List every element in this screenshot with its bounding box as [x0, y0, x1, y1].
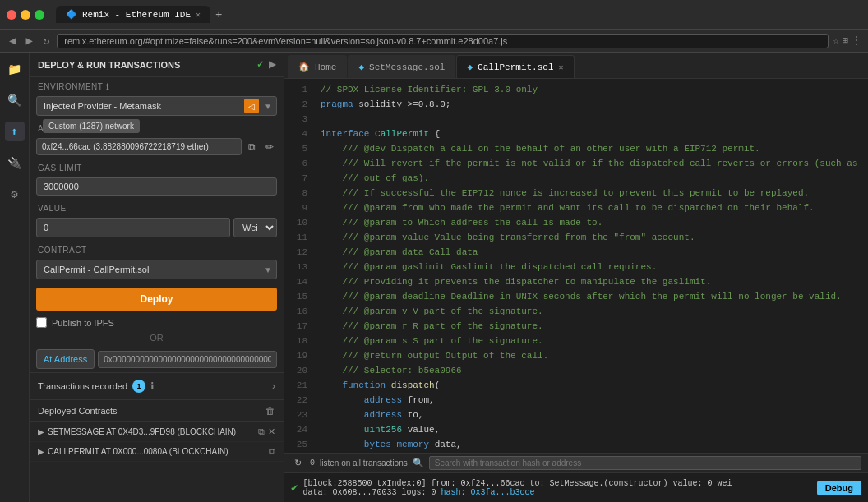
gas-limit-row: [36, 177, 277, 196]
callpermit-label: CALLPERMIT AT 0X000...0080A (BLOCKCHAIN): [48, 447, 265, 456]
extensions-icon[interactable]: ⊞: [843, 35, 848, 47]
environment-label: ENVIRONMENT ℹ: [30, 77, 284, 93]
tx-logs: logs: 0: [401, 488, 436, 497]
deployed-left: Deployed Contracts: [38, 406, 118, 416]
forward-button[interactable]: ▶: [23, 34, 35, 48]
address-bar-icons: ☆ ⊞ ⋮: [833, 35, 861, 47]
transactions-info-icon: ℹ: [150, 380, 155, 392]
callpermit-tab-label: CallPermit.sol: [478, 62, 553, 72]
deployed-contracts-label: Deployed Contracts: [38, 406, 118, 416]
tx-value: value: 0 wei: [673, 479, 732, 488]
contract-row: CallPermit - CallPermit.sol ▼ ◀ 3: [36, 260, 277, 279]
publish-ipfs-label: Publish to IPFS: [52, 318, 114, 328]
back-button[interactable]: ◀: [7, 34, 18, 48]
sidebar-icon-deploy[interactable]: ⬆: [5, 122, 25, 141]
transactions-label: Transactions recorded: [38, 381, 127, 391]
copy-callpermit-icon[interactable]: ⧉: [269, 446, 275, 457]
traffic-lights: [7, 10, 44, 20]
sidebar-icon-settings[interactable]: ⚙: [5, 184, 25, 204]
transactions-row[interactable]: Transactions recorded 1 ℹ ›: [30, 372, 284, 400]
setmessage-tab-label: SetMessage.sol: [369, 62, 445, 72]
edit-account-button[interactable]: ✏: [262, 140, 277, 154]
listen-transactions-button[interactable]: listen on all transactions: [320, 458, 408, 467]
terminal-content: ✔ [block:2588500 txIndex:0] from: 0xf24.…: [284, 473, 868, 502]
address-bar-input[interactable]: [57, 34, 828, 48]
expand-icon[interactable]: ▶: [269, 59, 275, 70]
setmessage-label: SETMESSAGE AT 0X4D3...9FD98 (BLOCKCHAIN): [48, 427, 255, 436]
value-row: Wei: [36, 218, 277, 237]
maximize-window-btn[interactable]: [35, 10, 44, 20]
tab-callpermit[interactable]: ◆ CallPermit.sol ✕: [456, 55, 574, 78]
code-editor: 123 456 789 101112 131415 161718 192021 …: [284, 79, 868, 453]
browser-tab-label: Remix - Ethereum IDE: [82, 10, 191, 20]
value-label: VALUE: [30, 199, 284, 214]
code-content[interactable]: // SPDX-License-Identifier: GPL-3.0-only…: [314, 79, 868, 453]
success-icon: ✔: [291, 481, 298, 495]
editor-tab-bar: 🏠 Home ◆ SetMessage.sol ◆ CallPermit.sol…: [284, 53, 868, 79]
publish-ipfs-checkbox[interactable]: [36, 317, 47, 328]
callpermit-expand-icon[interactable]: ▶: [38, 447, 44, 456]
sidebar-icon-plugin[interactable]: 🔌: [5, 153, 25, 173]
gas-limit-label: GAS LIMIT: [30, 159, 284, 174]
editor-area: 🏠 Home ◆ SetMessage.sol ◆ CallPermit.sol…: [284, 53, 868, 502]
environment-select[interactable]: Injected Provider - Metamask: [36, 96, 277, 116]
deploy-button[interactable]: Deploy: [36, 288, 277, 311]
contract-label: CONTRACT: [30, 241, 284, 256]
deploy-panel: DEPLOY & RUN TRANSACTIONS ✓ ▶ ENVIRONMEN…: [30, 53, 284, 502]
sidebar-icon-search[interactable]: 🔍: [5, 90, 25, 110]
panel-title: DEPLOY & RUN TRANSACTIONS: [38, 60, 180, 70]
value-input[interactable]: [36, 218, 230, 237]
setmessage-tab-icon: ◆: [358, 62, 364, 72]
refresh-button[interactable]: ↻: [40, 34, 52, 48]
panel-header-icons: ✓ ▶: [256, 59, 275, 70]
transactions-chevron-icon: ›: [272, 380, 275, 392]
close-window-btn[interactable]: [7, 10, 16, 20]
address-bar-row: ◀ ▶ ↻ ☆ ⊞ ⋮: [0, 30, 868, 53]
sidebar-icons: 📁 🔍 ⬆ 🔌 ⚙: [0, 53, 30, 502]
callpermit-tab-close[interactable]: ✕: [559, 62, 564, 72]
at-address-button[interactable]: At Address: [36, 349, 95, 369]
sidebar-icon-files[interactable]: 📁: [5, 59, 25, 79]
tx-hash: hash: 0x3fa...b3cce: [441, 488, 535, 497]
copy-account-button[interactable]: ⧉: [245, 140, 259, 154]
inject-button[interactable]: ◁: [244, 99, 259, 113]
new-tab-button[interactable]: +: [212, 8, 225, 21]
unit-select[interactable]: Wei: [233, 218, 277, 237]
browser-tab-favicon: 🔷: [66, 9, 77, 20]
tx-info: [block:2588500 txIndex:0] from: 0xf24...…: [302, 479, 732, 497]
settings-icon[interactable]: ⋮: [852, 35, 861, 47]
browser-tab-remix[interactable]: 🔷 Remix - Ethereum IDE ✕: [56, 6, 210, 23]
gas-limit-input[interactable]: [36, 177, 277, 196]
tab-home[interactable]: 🏠 Home: [288, 55, 347, 78]
line-numbers: 123 456 789 101112 131415 161718 192021 …: [284, 79, 314, 453]
account-select[interactable]: 0xf24...66cac (3.882880096722218719 ethe…: [36, 138, 242, 155]
close-setmessage-icon[interactable]: ✕: [268, 426, 275, 437]
panel-header: DEPLOY & RUN TRANSACTIONS ✓ ▶: [30, 53, 284, 77]
debug-button[interactable]: Debug: [817, 481, 861, 495]
tx-from: from: 0xf24...66cac: [431, 479, 524, 488]
browser-tab-close[interactable]: ✕: [196, 10, 201, 20]
tx-to: to: SetMessage.(constructor): [530, 479, 668, 488]
trash-icon[interactable]: 🗑: [265, 405, 275, 417]
setmessage-expand-icon[interactable]: ▶: [38, 427, 44, 436]
bookmark-icon[interactable]: ☆: [833, 35, 839, 47]
terminal-search-input[interactable]: [429, 456, 861, 470]
environment-select-wrapper: Injected Provider - Metamask ▼ ◁ ◀ 2 Cus…: [36, 96, 277, 116]
terminal-clear-button[interactable]: ↻: [291, 458, 305, 468]
at-address-input[interactable]: [98, 351, 277, 368]
tx-data: data: 0x608...70033: [302, 488, 396, 497]
home-tab-label: Home: [315, 62, 336, 72]
account-row: 0xf24...66cac (3.882880096722218719 ethe…: [36, 138, 277, 155]
home-tab-icon: 🏠: [298, 62, 310, 72]
contract-select[interactable]: CallPermit - CallPermit.sol: [36, 260, 277, 279]
transactions-badge: 1: [132, 380, 145, 393]
check-icon[interactable]: ✓: [256, 59, 264, 70]
terminal-count: 0: [310, 458, 315, 467]
deployed-contracts-header: Deployed Contracts 🗑: [30, 400, 284, 422]
contract-item-setmessage: ▶ SETMESSAGE AT 0X4D3...9FD98 (BLOCKCHAI…: [30, 422, 284, 442]
minimize-window-btn[interactable]: [21, 10, 30, 20]
publish-row: Publish to IPFS: [36, 317, 277, 328]
copy-setmessage-icon[interactable]: ⧉: [258, 426, 265, 437]
tab-setmessage[interactable]: ◆ SetMessage.sol: [348, 55, 455, 78]
environment-info-icon: ℹ: [106, 82, 110, 91]
